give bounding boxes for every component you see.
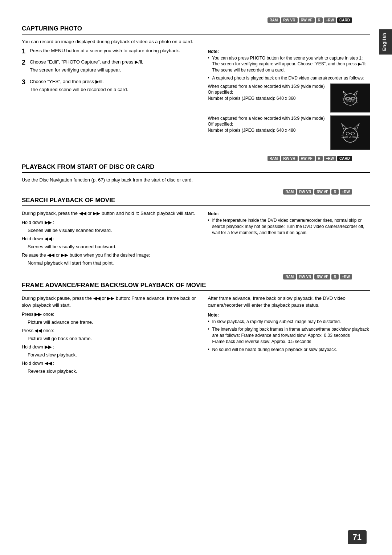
image-cap-1: When captured from a video recorded with… xyxy=(208,83,326,102)
frame-note-1: In slow playback, a rapidly moving subje… xyxy=(208,319,370,325)
badge-rwvf-mid: RW VF xyxy=(299,156,315,161)
step-2-sub: The screen for verifying capture will ap… xyxy=(30,67,200,74)
svg-marker-16 xyxy=(342,123,347,129)
step-3-num: 3 xyxy=(22,78,28,94)
side-tab: English xyxy=(379,29,392,54)
search-note-block: Note: If the temperature inside the DVD … xyxy=(208,211,370,236)
badge-row-search: RAM RW VR RW VF R +RW xyxy=(22,189,352,195)
svg-marker-2 xyxy=(354,91,358,95)
badge-ram-s: RAM xyxy=(283,189,296,195)
search-ff-text: Scenes will be visually scanned forward. xyxy=(28,227,200,234)
frame-right-text: After frame advance, frame back or slow … xyxy=(208,295,370,309)
cat-image-1-svg xyxy=(339,88,361,108)
svg-line-12 xyxy=(343,102,348,102)
img1-caption-pixels: Number of pixels (JPEG standard): 640 x … xyxy=(208,95,326,102)
step-3-sub: The captured scene will be recorded on a… xyxy=(30,86,200,93)
frame-rw-once-text: Picture will go back one frame. xyxy=(28,335,200,342)
step-3-text: Choose "YES", and then press ▶/Ⅱ. xyxy=(30,78,200,85)
step-2-content: Choose "Edit", "PHOTO Capture", and then… xyxy=(30,59,200,75)
frame-left: During playback pause, press the ◀◀ or ▶… xyxy=(22,295,200,376)
badge-ram-mid: RAM xyxy=(268,156,280,161)
page: English RAM RW VR RW VF R +RW CARD Captu… xyxy=(0,0,392,555)
svg-line-8 xyxy=(342,98,346,98)
badge-card-mid: CARD xyxy=(337,156,352,161)
playback-disc-section: RAM RW VR RW VF R +RW CARD Playback From… xyxy=(22,156,370,184)
frame-ff-once-label: Press ▶▶ once: xyxy=(22,311,200,318)
badge-rwvr: RW VR xyxy=(281,17,297,23)
step-2: 2 Choose "Edit", "PHOTO Capture", and th… xyxy=(22,59,200,75)
image-2 xyxy=(330,115,370,150)
badge-row-frame: RAM RW VR RW VF R +RW xyxy=(22,274,352,279)
playback-disc-body: Use the Disc Navigation function (p. 67)… xyxy=(22,176,370,184)
frame-note-3: No sound will be heard during search pla… xyxy=(208,347,370,353)
search-intro: During playback, press the ◀◀ or ▶▶ butt… xyxy=(22,210,200,217)
step-3-content: Choose "YES", and then press ▶/Ⅱ. The ca… xyxy=(30,78,200,94)
search-rw-label: Hold down ◀◀ : xyxy=(22,236,200,242)
search-left: During playback, press the ◀◀ or ▶▶ butt… xyxy=(22,210,200,268)
search-note-label: Note: xyxy=(208,211,370,216)
svg-point-18 xyxy=(346,132,349,135)
badge-card: CARD xyxy=(337,17,352,23)
badge-rwvr-mid: RW VR xyxy=(281,156,297,161)
frame-note-label: Note: xyxy=(208,313,370,318)
svg-point-4 xyxy=(351,98,354,100)
img2-caption-pixels: Number of pixels (JPEG standard): 640 x … xyxy=(208,127,326,134)
frame-rw-once-label: Press ◀◀ once: xyxy=(22,327,200,334)
note-label-1: Note: xyxy=(208,49,370,54)
svg-line-25 xyxy=(352,137,359,138)
search-release-text: Normal playback will start from that poi… xyxy=(28,260,200,267)
image-item-1: When captured from a video recorded with… xyxy=(208,83,370,113)
badge-r: R xyxy=(316,17,323,23)
svg-line-24 xyxy=(352,136,359,136)
badge-rwvf-s: RW VF xyxy=(314,189,330,195)
step-3: 3 Choose "YES", and then press ▶/Ⅱ. The … xyxy=(22,78,200,94)
capturing-note-block: Note: You can also press PHOTO button fo… xyxy=(208,49,370,81)
image-item-2: When captured from a video recorded with… xyxy=(208,115,370,150)
playback-disc-title: Playback From Start of Disc or Card xyxy=(22,163,370,173)
cat-image-2-svg xyxy=(339,120,362,145)
svg-point-15 xyxy=(343,128,358,142)
page-number: 71 xyxy=(348,530,367,544)
frame-advance-section: RAM RW VR RW VF R +RW Frame Advance/Fram… xyxy=(22,274,370,376)
svg-line-9 xyxy=(355,98,358,98)
note-item-2: A captured photo is played back on the D… xyxy=(208,75,370,81)
capturing-photo-content: 1 Press the MENU button at a scene you w… xyxy=(22,48,370,150)
badge-plusrw-s: +RW xyxy=(340,189,352,195)
frame-hold-ff-label: Hold down ▶▶ : xyxy=(22,344,200,350)
frame-advance-content: During playback pause, press the ◀◀ or ▶… xyxy=(22,295,370,376)
badge-r-mid: R xyxy=(316,156,323,161)
search-playback-title: Search Playback of Movie xyxy=(22,197,370,206)
img1-caption-before: When captured from a video recorded with… xyxy=(208,83,326,96)
search-release-label: Release the ◀◀ or ▶▶ button when you fin… xyxy=(22,252,200,258)
badge-row-top: RAM RW VR RW VF R +RW CARD xyxy=(22,17,352,23)
capturing-photo-title: Capturing Photo xyxy=(22,25,370,34)
badge-ram-f: RAM xyxy=(283,274,296,279)
badge-row-mid: RAM RW VR RW VF R +RW CARD xyxy=(22,156,352,161)
svg-point-3 xyxy=(346,98,349,100)
badge-ram: RAM xyxy=(268,17,280,23)
frame-note-2: The intervals for playing back frames in… xyxy=(208,326,370,344)
svg-marker-1 xyxy=(343,91,347,95)
img2-caption-before: When captured from a video recorded with… xyxy=(208,115,326,128)
badge-plusrw: +RW xyxy=(324,17,336,23)
frame-advance-title: Frame Advance/Frame Back/Slow Playback o… xyxy=(22,282,370,291)
step-1-num: 1 xyxy=(22,48,28,56)
step-2-text: Choose "Edit", "PHOTO Capture", and then… xyxy=(30,59,200,66)
step-2-num: 2 xyxy=(22,59,28,75)
badge-rwvf-f: RW VF xyxy=(314,274,330,279)
search-playback-content: During playback, press the ◀◀ or ▶▶ butt… xyxy=(22,210,370,268)
frame-hold-ff-text: Forward slow playback. xyxy=(28,352,200,359)
badge-plusrw-f: +RW xyxy=(340,274,352,279)
badge-r-s: R xyxy=(331,189,338,195)
svg-point-19 xyxy=(351,132,354,135)
step-1-content: Press the MENU button at a scene you wis… xyxy=(30,48,200,56)
frame-hold-rw-text: Reverse slow playback. xyxy=(28,368,200,375)
svg-line-23 xyxy=(342,137,348,138)
svg-line-22 xyxy=(342,136,348,136)
badge-plusrw-mid: +RW xyxy=(324,156,336,161)
frame-note-block: Note: In slow playback, a rapidly moving… xyxy=(208,313,370,353)
frame-hold-rw-label: Hold down ◀◀ : xyxy=(22,360,200,367)
step-1: 1 Press the MENU button at a scene you w… xyxy=(22,48,200,56)
search-right: Note: If the temperature inside the DVD … xyxy=(208,210,370,268)
note-item-1: You can also press PHOTO button for the … xyxy=(208,55,370,73)
